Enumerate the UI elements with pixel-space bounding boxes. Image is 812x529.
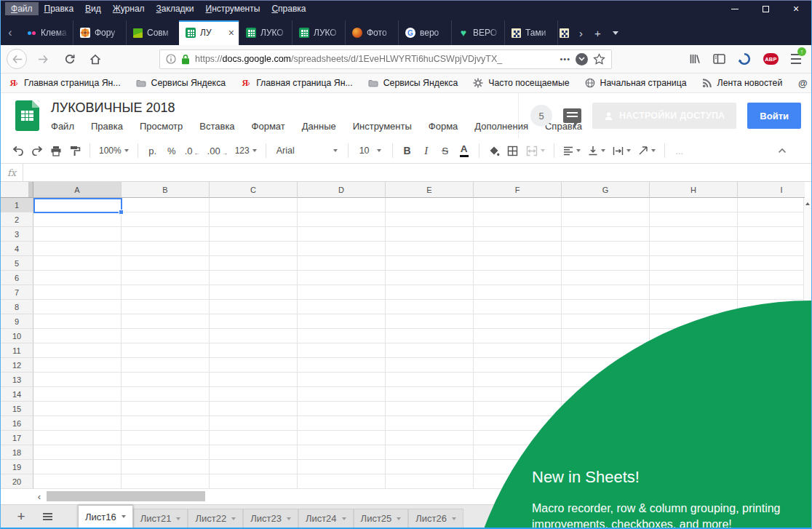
sheet-tab[interactable]: Лист24	[298, 509, 354, 528]
sheets-menu-item[interactable]: Данные	[302, 121, 336, 132]
vertical-align-button[interactable]	[585, 142, 608, 159]
text-color-button[interactable]: A	[455, 142, 473, 159]
sheets-menu-item[interactable]: Формат	[252, 121, 285, 132]
decrease-decimal-button[interactable]: .0←	[182, 142, 203, 159]
browser-tab[interactable]: Совм	[126, 20, 179, 45]
row-header[interactable]: 4	[1, 242, 33, 256]
forward-button[interactable]	[33, 49, 53, 69]
row-header[interactable]: 1	[1, 198, 33, 212]
row-header[interactable]: 15	[1, 402, 33, 416]
bookmark-item[interactable]: Начальная страница	[584, 77, 687, 89]
url-bar[interactable]: https://docs.google.com/spreadsheets/d/1…	[159, 49, 612, 69]
font-select[interactable]: Arial	[272, 142, 342, 159]
bookmark-star-icon[interactable]	[593, 53, 605, 65]
sheets-menu-item[interactable]: Вставка	[199, 121, 234, 132]
sidebar-icon[interactable]	[713, 54, 725, 64]
comment-icon[interactable]	[563, 108, 581, 123]
maximize-button[interactable]	[750, 1, 781, 17]
sheet-tab[interactable]: Лист16	[78, 505, 133, 528]
sheets-menu-item[interactable]: Файл	[51, 121, 74, 132]
row-header[interactable]: 7	[1, 285, 33, 300]
browser-tab[interactable]: Тами	[504, 20, 557, 45]
formula-input[interactable]	[23, 164, 811, 181]
format-currency-button[interactable]: р.	[144, 142, 162, 159]
access-settings-button[interactable]: НАСТРОЙКИ ДОСТУПА	[592, 103, 736, 129]
sign-in-button[interactable]: Войти	[747, 103, 801, 129]
bookmark-item[interactable]: Я›Главная страница Ян...	[8, 77, 121, 89]
sheet-tab-menu-icon[interactable]	[397, 517, 401, 520]
adblock-plus-icon[interactable]: ABP	[763, 53, 779, 65]
all-sheets-icon[interactable]	[40, 513, 55, 520]
menubar-item[interactable]: Инструменты	[200, 2, 266, 15]
more-formats-button[interactable]: 123	[232, 142, 260, 159]
new-tab-button[interactable]: +	[594, 27, 601, 39]
sheet-tab[interactable]: Лист26	[408, 509, 463, 528]
collapse-toolbar-button[interactable]	[773, 142, 791, 159]
redo-button[interactable]	[28, 142, 46, 159]
row-header[interactable]: 20	[1, 474, 33, 489]
menubar-item[interactable]: Правка	[39, 2, 80, 15]
row-header[interactable]: 12	[1, 358, 33, 373]
column-header[interactable]: E	[386, 182, 474, 198]
menubar-item[interactable]: Вид	[79, 2, 107, 15]
browser-tab[interactable]: ЛУКО	[292, 20, 345, 45]
column-header[interactable]: B	[122, 182, 210, 198]
home-button[interactable]	[85, 49, 106, 69]
increase-decimal-button[interactable]: .00→	[204, 142, 231, 159]
menubar-item[interactable]: Файл	[5, 2, 39, 15]
column-header[interactable]: I	[738, 182, 805, 198]
row-header[interactable]: 16	[1, 416, 33, 431]
zoom-select[interactable]: 100%	[96, 142, 132, 159]
sheets-menu-item[interactable]: Инструменты	[353, 121, 412, 132]
list-all-tabs-icon[interactable]	[613, 31, 618, 35]
menu-hamburger-icon[interactable]: ↑	[791, 52, 801, 65]
reload-button[interactable]	[59, 49, 79, 69]
merge-cells-button[interactable]	[523, 142, 548, 159]
sheet-tab[interactable]: Лист21	[133, 509, 188, 528]
bookmark-item[interactable]: Сервисы Яндекса	[367, 77, 458, 89]
font-size-select[interactable]: 10	[354, 142, 386, 159]
column-header[interactable]: A	[33, 182, 122, 198]
row-header[interactable]: 11	[1, 343, 33, 358]
scroll-up-icon[interactable]	[804, 198, 811, 209]
bookmark-item[interactable]: Часто посещаемые	[472, 77, 569, 89]
sheet-tab-menu-icon[interactable]	[452, 517, 456, 520]
sheet-tab[interactable]: Лист23	[243, 509, 298, 528]
format-percent-button[interactable]: %	[163, 142, 180, 159]
paint-format-button[interactable]	[66, 142, 84, 159]
fill-color-button[interactable]	[485, 142, 503, 159]
sheet-tab-menu-icon[interactable]	[231, 517, 236, 520]
horizontal-scroll-thumb[interactable]	[47, 491, 205, 501]
sync-swirl-icon[interactable]	[738, 52, 751, 65]
bookmark-item[interactable]: @Mail.Ru	[797, 77, 812, 89]
sheet-tab-menu-icon[interactable]	[122, 515, 126, 518]
sheets-menu-item[interactable]: Просмотр	[140, 121, 183, 132]
minimize-button[interactable]	[720, 1, 750, 17]
column-header[interactable]: C	[210, 182, 298, 198]
row-header[interactable]: 8	[1, 300, 33, 314]
browser-tab[interactable]: ♥ВЕРО	[451, 20, 504, 45]
sheet-tab[interactable]: Лист25	[354, 509, 409, 528]
sheet-tab-menu-icon[interactable]	[287, 517, 291, 520]
row-header[interactable]: 6	[1, 271, 33, 285]
browser-tab[interactable]: ЛУ×	[179, 20, 239, 45]
text-rotation-button[interactable]	[635, 142, 658, 159]
row-header[interactable]: 9	[1, 314, 33, 329]
more-toolbar-button[interactable]: ...	[671, 142, 688, 159]
browser-tab[interactable]: Клема	[20, 20, 73, 45]
row-header[interactable]: 14	[1, 387, 33, 402]
menubar-item[interactable]: Справка	[266, 2, 311, 15]
menubar-item[interactable]: Журнал	[107, 2, 151, 15]
browser-tab[interactable]: Фото	[345, 20, 398, 45]
bookmark-item[interactable]: Лента новостей	[701, 77, 783, 89]
tab-close-icon[interactable]: ×	[227, 27, 236, 39]
print-button[interactable]	[47, 142, 65, 159]
sheets-menu-item[interactable]: Правка	[91, 121, 123, 132]
row-header[interactable]: 2	[1, 212, 33, 227]
sheets-logo-icon[interactable]	[15, 100, 39, 131]
comments-badge[interactable]: 5	[530, 105, 552, 127]
back-button[interactable]	[7, 49, 27, 69]
library-icon[interactable]	[689, 53, 701, 65]
pocket-icon[interactable]	[576, 53, 588, 65]
row-header[interactable]: 13	[1, 373, 33, 387]
